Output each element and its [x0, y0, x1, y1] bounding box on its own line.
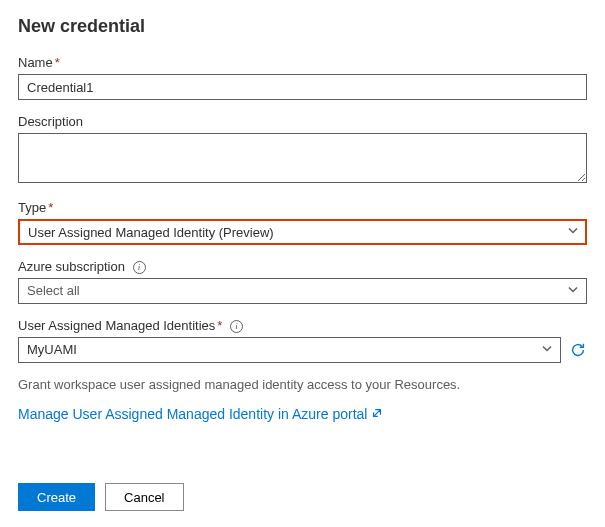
uami-select[interactable]: MyUAMI [18, 337, 561, 363]
hint-text: Grant workspace user assigned managed id… [18, 377, 587, 392]
info-icon[interactable]: i [230, 320, 243, 333]
name-label: Name* [18, 55, 587, 70]
type-label-text: Type [18, 200, 46, 215]
manage-uami-link[interactable]: Manage User Assigned Managed Identity in… [18, 406, 383, 422]
subscription-label: Azure subscription i [18, 259, 587, 274]
type-select-wrap: User Assigned Managed Identity (Preview) [18, 219, 587, 245]
uami-row: MyUAMI [18, 337, 587, 363]
required-asterisk: * [55, 55, 60, 70]
subscription-field: Azure subscription i Select all [18, 259, 587, 304]
page-title: New credential [18, 16, 587, 37]
name-label-text: Name [18, 55, 53, 70]
description-input[interactable] [18, 133, 587, 183]
refresh-icon[interactable] [569, 341, 587, 359]
info-icon[interactable]: i [133, 261, 146, 274]
subscription-select-wrap: Select all [18, 278, 587, 304]
name-field: Name* [18, 55, 587, 100]
type-select[interactable]: User Assigned Managed Identity (Preview) [18, 219, 587, 245]
uami-label-text: User Assigned Managed Identities [18, 318, 215, 333]
type-field: Type* User Assigned Managed Identity (Pr… [18, 200, 587, 245]
required-asterisk: * [48, 200, 53, 215]
external-link-icon [371, 406, 383, 422]
uami-select-wrap: MyUAMI [18, 337, 561, 363]
name-input[interactable] [18, 74, 587, 100]
required-asterisk: * [217, 318, 222, 333]
subscription-select[interactable]: Select all [18, 278, 587, 304]
description-label: Description [18, 114, 587, 129]
footer: Create Cancel [18, 483, 184, 511]
create-button[interactable]: Create [18, 483, 95, 511]
uami-label: User Assigned Managed Identities* i [18, 318, 587, 333]
subscription-label-text: Azure subscription [18, 259, 125, 274]
description-field: Description [18, 114, 587, 186]
link-text: Manage User Assigned Managed Identity in… [18, 406, 367, 422]
type-label: Type* [18, 200, 587, 215]
uami-field: User Assigned Managed Identities* i MyUA… [18, 318, 587, 363]
cancel-button[interactable]: Cancel [105, 483, 183, 511]
